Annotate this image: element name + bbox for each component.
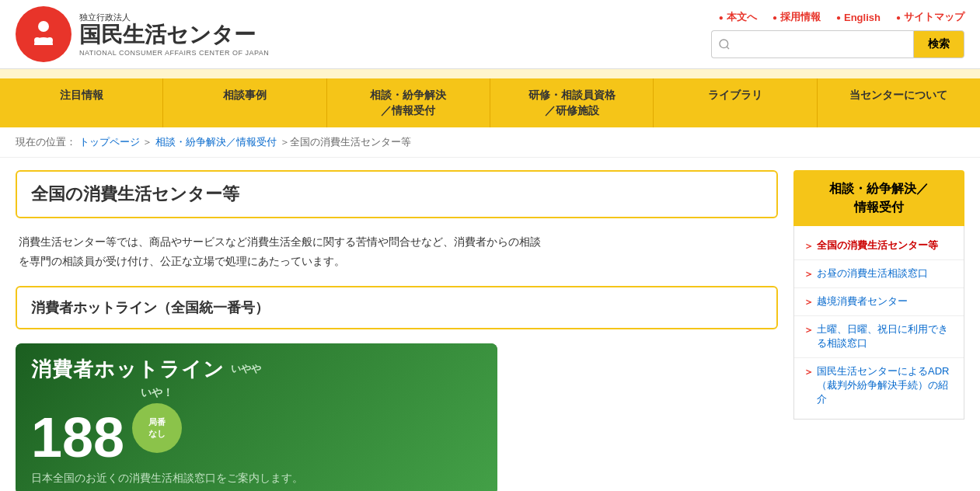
nav-item-library[interactable]: ライブラリ: [654, 78, 817, 127]
hotline-section-title: 消費者ホットライン（全国統一番号）: [31, 298, 762, 317]
saiyo-link[interactable]: 採用情報: [780, 10, 821, 24]
sidebar-item-holiday: ＞ 土曜、日曜、祝日に利用できる相談窓口: [794, 316, 964, 357]
nav-item-about[interactable]: 当センターについて: [818, 78, 980, 127]
sidebar-item-cross-border: ＞ 越境消費者センター: [794, 288, 964, 316]
arrow-icon-5: ＞: [804, 365, 814, 379]
badge-line2: なし: [148, 428, 166, 440]
sidebar-link-adr[interactable]: 国民生活センターによるADR（裁判外紛争解決手続）の紹介: [817, 364, 954, 407]
hotline-badge: 局番 なし: [132, 403, 182, 453]
badge-line1: 局番: [148, 416, 166, 428]
sidebar-item-adr: ＞ 国民生活センターによるADR（裁判外紛争解決手続）の紹介: [794, 358, 964, 413]
hotline-iiyaya1: いやや: [231, 362, 261, 376]
sidebar-link-center[interactable]: 全国の消費生活センター等: [817, 239, 938, 252]
logo-big: 国民生活センター: [79, 23, 269, 47]
header: 独立行政法人 国民生活センター NATIONAL CONSUMER AFFAIR…: [0, 0, 980, 69]
content-wrapper: 全国の消費生活センター等 消費生活センター等では、商品やサービスなど消費生活全般…: [0, 158, 980, 491]
hotline-number-area: 188 いや！ 局番 なし: [31, 386, 482, 465]
honbun-link[interactable]: 本文へ: [727, 10, 757, 24]
description-line2: を専門の相談員が受け付け、公正な立場で処理にあたっています。: [19, 255, 345, 267]
top-link-bar: [0, 69, 980, 78]
sidebar-item-lunch: ＞ お昼の消費生活相談窓口: [794, 260, 964, 288]
top-links: 本文へ 採用情報 English サイトマップ: [719, 10, 964, 24]
honbun-link-wrapper: 本文へ: [719, 10, 757, 24]
logo-icon: [16, 6, 71, 62]
nav-item-attention[interactable]: 注目情報: [0, 78, 163, 127]
breadcrumb-sep1: ＞: [142, 136, 155, 148]
hotline-sub: 日本全国のお近くの消費生活相談窓口をご案内します。: [31, 472, 482, 486]
breadcrumb-top[interactable]: トップページ: [79, 136, 140, 148]
logo-text: 独立行政法人 国民生活センター NATIONAL CONSUMER AFFAIR…: [79, 12, 269, 57]
search-button[interactable]: 検索: [913, 30, 964, 58]
search-bar: 検索: [711, 30, 964, 58]
logo-area: 独立行政法人 国民生活センター NATIONAL CONSUMER AFFAIR…: [16, 6, 269, 62]
description-line1: 消費生活センター等では、商品やサービスなど消費生活全般に関する苦情や問合せなど、…: [19, 235, 541, 248]
hotline-title: 消費者ホットライン: [31, 356, 225, 383]
sitemap-link[interactable]: サイトマップ: [904, 10, 964, 24]
sidebar-links: ＞ 全国の消費生活センター等 ＞ お昼の消費生活相談窓口 ＞ 越境消費者センター…: [793, 226, 964, 420]
hotline-inner: 消費者ホットライン いやや 188 いや！ 局番 なし 日本全国のお近くの消費生…: [16, 343, 497, 491]
svg-point-0: [38, 21, 49, 32]
svg-point-2: [47, 37, 53, 44]
english-link-wrapper: English: [836, 12, 881, 23]
logo-en: NATIONAL CONSUMER AFFAIRS CENTER OF JAPA…: [79, 49, 269, 57]
english-link[interactable]: English: [844, 12, 881, 23]
breadcrumb-consultation[interactable]: 相談・紛争解決／情報受付: [155, 136, 277, 148]
search-input[interactable]: [711, 30, 913, 58]
nav-item-cases[interactable]: 相談事例: [163, 78, 326, 127]
arrow-icon-2: ＞: [804, 267, 814, 281]
page-title-box: 全国の消費生活センター等: [16, 170, 778, 218]
logo-small: 独立行政法人: [79, 12, 269, 23]
sidebar: 相談・紛争解決／情報受付 ＞ 全国の消費生活センター等 ＞ お昼の消費生活相談窓…: [793, 170, 964, 491]
arrow-icon-4: ＞: [804, 323, 814, 337]
page-title: 全国の消費生活センター等: [31, 183, 762, 206]
sidebar-heading: 相談・紛争解決／情報受付: [793, 170, 964, 226]
nav-item-training[interactable]: 研修・相談員資格／研修施設: [490, 78, 654, 127]
hotline-iiyaya2: いや！: [141, 386, 173, 400]
hotline-banner: 消費者ホットライン いやや 188 いや！ 局番 なし 日本全国のお近くの消費生…: [16, 343, 497, 491]
sidebar-link-cross-border[interactable]: 越境消費者センター: [817, 294, 908, 308]
svg-point-1: [34, 37, 40, 44]
description: 消費生活センター等では、商品やサービスなど消費生活全般に関する苦情や問合せなど、…: [16, 232, 778, 271]
sidebar-item-center: ＞ 全国の消費生活センター等: [794, 232, 964, 260]
hotline-section-box: 消費者ホットライン（全国統一番号）: [16, 286, 778, 329]
sidebar-link-lunch[interactable]: お昼の消費生活相談窓口: [817, 266, 928, 280]
arrow-icon-1: ＞: [804, 239, 814, 253]
breadcrumb-bar: 現在の位置： トップページ ＞ 相談・紛争解決／情報受付 ＞全国の消費生活センタ…: [0, 127, 980, 158]
main-nav: 注目情報 相談事例 相談・紛争解決／情報受付 研修・相談員資格／研修施設 ライブ…: [0, 78, 980, 127]
breadcrumb-prefix: 現在の位置：: [16, 136, 76, 148]
nav-item-consultation[interactable]: 相談・紛争解決／情報受付: [327, 78, 490, 127]
arrow-icon-3: ＞: [804, 295, 814, 309]
saiyo-link-wrapper: 採用情報: [772, 10, 821, 24]
header-right: 本文へ 採用情報 English サイトマップ 検索: [711, 10, 964, 58]
sitemap-link-wrapper: サイトマップ: [896, 10, 964, 24]
main-content: 全国の消費生活センター等 消費生活センター等では、商品やサービスなど消費生活全般…: [16, 170, 778, 491]
breadcrumb-current: ＞全国の消費生活センター等: [280, 136, 411, 148]
sidebar-link-holiday[interactable]: 土曜、日曜、祝日に利用できる相談窓口: [817, 322, 954, 350]
hotline-number: 188: [31, 409, 124, 465]
hotline-title-row: 消費者ホットライン いやや: [31, 356, 482, 383]
